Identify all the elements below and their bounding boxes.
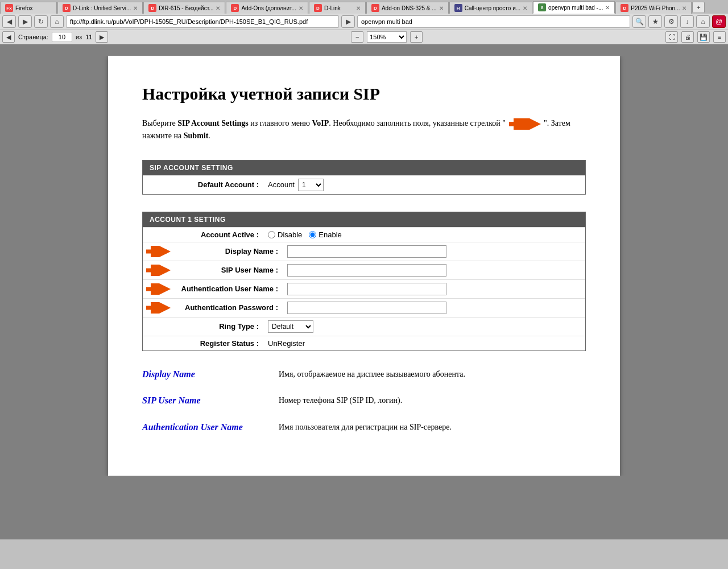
register-status-label: Register Status : bbox=[154, 339, 268, 348]
bookmark-star[interactable]: ★ bbox=[648, 15, 662, 28]
go-button[interactable]: ▶ bbox=[341, 15, 355, 28]
account1-section-header: ACCOUNT 1 SETTING bbox=[143, 212, 585, 227]
fullscreen-button[interactable]: ⛶ bbox=[665, 31, 678, 43]
radio-enable[interactable] bbox=[309, 231, 316, 238]
reload-button[interactable]: ↻ bbox=[34, 15, 48, 28]
print-button[interactable]: 🖨 bbox=[681, 31, 694, 43]
arrow-col-display-name bbox=[143, 246, 173, 257]
desc-item-auth-user-name: Authentication User Name Имя пользовател… bbox=[142, 421, 586, 434]
tab-5-close[interactable]: ✕ bbox=[439, 5, 444, 11]
tools-button[interactable]: ⚙ bbox=[664, 15, 678, 28]
display-name-label: Display Name : bbox=[173, 247, 287, 255]
sip-user-name-input[interactable] bbox=[287, 264, 446, 277]
pdf-area: Настройка учетной записи SIP Выберите SI… bbox=[0, 44, 728, 539]
sip-user-name-row: SIP User Name : bbox=[143, 261, 585, 279]
zoom-out[interactable]: − bbox=[351, 31, 363, 43]
back-button[interactable]: ◀ bbox=[2, 15, 16, 28]
descriptions-section: Display Name Имя, отображаемое на диспле… bbox=[142, 368, 586, 434]
page-number-input[interactable]: 10 bbox=[52, 32, 72, 42]
register-status-row: Register Status : UnRegister bbox=[143, 336, 585, 351]
save-button[interactable]: 💾 bbox=[697, 31, 710, 43]
address-bar[interactable] bbox=[66, 15, 339, 28]
auth-user-name-row: Authentication User Name : bbox=[143, 279, 585, 298]
scroll-area[interactable]: Настройка учетной записи SIP Выберите SI… bbox=[11, 56, 717, 476]
tab-8-label: P2025 WiFi Phon... bbox=[631, 5, 680, 11]
ring-type-select[interactable]: Default bbox=[268, 320, 313, 333]
tab-1-label: D-Link : Unified Servi... bbox=[73, 5, 131, 11]
radio-enable-label[interactable]: Enable bbox=[309, 230, 341, 239]
account-value-group: Account 1 2 bbox=[268, 179, 324, 191]
auth-password-row: Authentication Password : bbox=[143, 298, 585, 317]
tab-4-icon: D bbox=[314, 4, 322, 12]
tab-8-icon: D bbox=[621, 4, 628, 12]
desc-item-display-name: Display Name Имя, отображаемое на диспле… bbox=[142, 368, 586, 381]
register-status-value: UnRegister bbox=[268, 339, 305, 348]
download-button[interactable]: ↓ bbox=[680, 15, 694, 28]
auth-password-input[interactable] bbox=[287, 302, 446, 314]
intro-paragraph: Выберите SIP Account Settings из главног… bbox=[142, 117, 586, 143]
new-tab-button[interactable]: + bbox=[692, 2, 705, 13]
zoom-select[interactable]: 150% 100% 75% bbox=[367, 31, 407, 43]
tab-7-label: openvpn multi bad -... bbox=[548, 5, 603, 11]
search-bar[interactable] bbox=[357, 15, 630, 28]
tab-3-close[interactable]: ✕ bbox=[299, 5, 303, 11]
zoom-in[interactable]: + bbox=[410, 31, 423, 43]
arrow-auth-password-icon bbox=[145, 302, 171, 314]
arrow-auth-user-name-icon bbox=[145, 283, 171, 295]
sip-user-name-label: SIP User Name : bbox=[173, 266, 287, 274]
tab-4-label: D-Link bbox=[324, 5, 341, 11]
account1-setting-table: ACCOUNT 1 SETTING Account Active : Disab… bbox=[142, 212, 586, 351]
tab-7-icon: 8 bbox=[538, 3, 546, 11]
auth-user-name-input[interactable] bbox=[287, 283, 446, 295]
home2-button[interactable]: ⌂ bbox=[696, 15, 710, 28]
tab-5[interactable]: D Add-on DNS-325 & ... ✕ bbox=[366, 2, 449, 14]
home-button[interactable]: ⌂ bbox=[50, 15, 64, 28]
arrow-col-auth-user-name bbox=[143, 283, 173, 295]
page-total: 11 bbox=[85, 34, 92, 40]
radio-disable-label[interactable]: Disable bbox=[268, 230, 302, 239]
pdf-nav-prev[interactable]: ◀ bbox=[2, 31, 15, 43]
desc-term-auth-user-name: Authentication User Name bbox=[142, 421, 267, 434]
search-button[interactable]: 🔍 bbox=[632, 15, 646, 28]
addon-button[interactable]: @ bbox=[712, 15, 726, 28]
desc-def-auth-user-name: Имя пользователя для регистрации на SIP-… bbox=[279, 421, 586, 434]
auth-user-name-label: Authentication User Name : bbox=[173, 284, 287, 293]
page-title: Настройка учетной записи SIP bbox=[142, 84, 586, 104]
ring-type-label: Ring Type : bbox=[154, 322, 268, 331]
tab-6-close[interactable]: ✕ bbox=[523, 5, 527, 11]
tab-6[interactable]: H Call-центр просто и... ✕ bbox=[449, 2, 532, 14]
pdf-nav-next[interactable]: ▶ bbox=[96, 31, 108, 43]
account-text: Account bbox=[268, 180, 295, 189]
desc-term-display-name: Display Name bbox=[142, 368, 267, 381]
tab-1-close[interactable]: ✕ bbox=[133, 5, 138, 11]
tab-4[interactable]: D D-Link ✕ bbox=[309, 2, 366, 14]
sip-account-section-header: SIP ACCOUNT SETTING bbox=[143, 160, 585, 175]
tab-1-icon: D bbox=[63, 4, 71, 12]
tab-3[interactable]: D Add-Ons (дополнит... ✕ bbox=[226, 2, 308, 14]
display-name-row: Display Name : bbox=[143, 242, 585, 261]
arrow-col-sip-user-name bbox=[143, 265, 173, 276]
tab-8[interactable]: D P2025 WiFi Phon... ✕ bbox=[615, 2, 692, 14]
page-of-label: из bbox=[76, 34, 82, 40]
tab-firefox[interactable]: Fx Firefox bbox=[0, 2, 57, 14]
tab-2-close[interactable]: ✕ bbox=[216, 5, 220, 11]
radio-disable-text: Disable bbox=[278, 230, 302, 239]
tab-7[interactable]: 8 openvpn multi bad -... ✕ bbox=[533, 1, 615, 14]
tab-8-close[interactable]: ✕ bbox=[682, 5, 686, 11]
ring-type-value: Default bbox=[268, 320, 313, 333]
forward-button[interactable]: ▶ bbox=[18, 15, 32, 28]
account-select[interactable]: 1 2 bbox=[298, 179, 324, 191]
tab-4-close[interactable]: ✕ bbox=[356, 5, 361, 11]
tab-1[interactable]: D D-Link : Unified Servi... ✕ bbox=[57, 2, 143, 14]
desc-def-sip-user-name: Номер телефона SIP (SIP ID, логин). bbox=[279, 394, 586, 407]
display-name-input[interactable] bbox=[287, 245, 446, 258]
navigation-bar: ◀ ▶ ↻ ⌂ ▶ 🔍 ★ ⚙ ↓ ⌂ @ bbox=[0, 14, 728, 30]
tab-2[interactable]: D DIR-615 - Бездейст... ✕ bbox=[143, 2, 225, 14]
more-button[interactable]: ≡ bbox=[713, 31, 726, 43]
default-account-row: Default Account : Account 1 2 bbox=[143, 175, 585, 194]
arrow-sip-user-name-icon bbox=[145, 265, 171, 276]
radio-enable-text: Enable bbox=[318, 230, 341, 239]
account-active-row: Account Active : Disable Enable bbox=[143, 227, 585, 242]
tab-7-close[interactable]: ✕ bbox=[605, 5, 610, 11]
radio-disable[interactable] bbox=[268, 231, 275, 238]
